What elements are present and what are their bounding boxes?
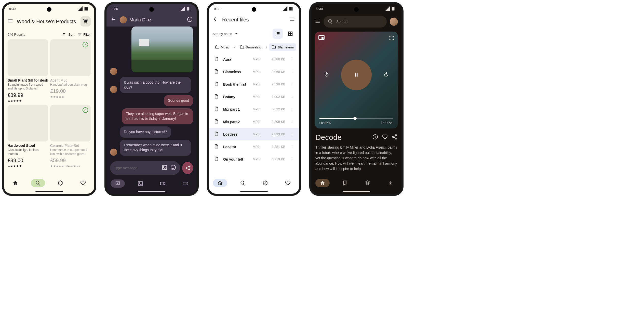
progress-bar[interactable] xyxy=(319,118,393,119)
file-row[interactable]: Blameless MP3 3,060 KB ⋮ xyxy=(209,66,299,78)
file-row[interactable]: Lostless MP3 2,833 KB ⋮ xyxy=(209,128,299,140)
product-card[interactable]: ✓ Agent Mug Handcrafted porcelain mug £1… xyxy=(50,39,91,103)
message-image[interactable] xyxy=(131,27,193,72)
file-menu-icon[interactable]: ⋮ xyxy=(290,157,294,161)
file-size: 3,305 KB xyxy=(267,120,285,124)
menu-icon[interactable] xyxy=(289,16,295,23)
list-view-button[interactable] xyxy=(273,29,283,39)
file-row[interactable]: Aura MP3 2,680 KB ⋮ xyxy=(209,53,299,66)
nav-favorites[interactable] xyxy=(76,179,90,187)
nav-home[interactable] xyxy=(213,179,227,187)
nav-home[interactable] xyxy=(8,179,22,187)
file-menu-icon[interactable]: ⋮ xyxy=(290,57,294,61)
message-bubble[interactable]: Do you have any pictures!? xyxy=(120,126,171,138)
filter-button[interactable]: Filter xyxy=(77,32,91,37)
product-desc: Beautiful made from wood and fits up to … xyxy=(8,83,48,91)
nav-favorites[interactable] xyxy=(281,179,295,187)
svg-rect-9 xyxy=(183,182,188,185)
share-icon[interactable] xyxy=(392,134,397,141)
media-description: Thriller starring Emily Miller and Lydia… xyxy=(311,144,401,173)
breadcrumb-item[interactable]: Blameless xyxy=(269,43,296,51)
file-name: Lostless xyxy=(223,132,248,136)
favorite-icon[interactable] xyxy=(382,134,388,141)
sort-dropdown[interactable]: Sort by name xyxy=(212,31,270,36)
status-time: 9:30 xyxy=(112,7,118,11)
product-rating: ★★★★☆★ xyxy=(8,99,48,103)
product-card[interactable]: Small Plant Sill for desk Beautiful made… xyxy=(8,39,48,103)
product-card[interactable]: ✓ Ceramic Plate Set Hand made in our per… xyxy=(50,105,91,168)
forward-30-icon[interactable]: 30 xyxy=(383,72,389,78)
video-player[interactable]: 30 30 00:35:0701:05:23 xyxy=(315,32,398,128)
product-price: £89.99 xyxy=(8,92,48,98)
file-menu-icon[interactable]: ⋮ xyxy=(290,70,294,74)
file-name: Blameless xyxy=(223,70,248,74)
message-bubble[interactable]: Sounds good xyxy=(164,95,193,106)
file-menu-icon[interactable]: ⋮ xyxy=(290,120,294,124)
file-name: Botany xyxy=(223,95,248,99)
send-button[interactable] xyxy=(182,162,193,174)
rewind-30-icon[interactable]: 30 xyxy=(324,72,329,78)
search-box[interactable]: Search xyxy=(324,16,387,28)
breadcrumb-item[interactable]: Music xyxy=(212,43,232,51)
menu-icon[interactable] xyxy=(315,18,320,25)
product-card[interactable]: Hardwood Stool Classic design, timless m… xyxy=(8,105,48,168)
info-icon[interactable] xyxy=(187,17,193,23)
cart-button[interactable] xyxy=(81,16,91,27)
nav-photos[interactable] xyxy=(133,179,147,188)
image-attach-icon[interactable] xyxy=(162,165,167,171)
menu-icon[interactable] xyxy=(8,18,13,25)
nav-layers[interactable] xyxy=(360,179,375,187)
message-avatar xyxy=(110,149,117,156)
grid-view-button[interactable] xyxy=(285,29,296,39)
file-menu-icon[interactable]: ⋮ xyxy=(290,82,294,86)
file-row[interactable]: Botany MP3 3,002 KB ⋮ xyxy=(209,90,299,103)
profile-avatar[interactable] xyxy=(390,18,398,26)
file-row[interactable]: Book the first MP3 2,526 KB ⋮ xyxy=(209,78,299,90)
nav-download[interactable] xyxy=(383,179,397,187)
file-row[interactable]: On your left MP3 3,219 KB ⋮ xyxy=(209,153,299,165)
file-row[interactable]: Mix part 1 MP3 2522 KB ⋮ xyxy=(209,103,299,115)
file-menu-icon[interactable]: ⋮ xyxy=(290,95,294,99)
product-rating: ★★★★☆★84 reviews xyxy=(50,164,91,168)
emoji-icon[interactable] xyxy=(170,165,176,171)
file-row[interactable]: Mix part 2 MP3 3,305 KB ⋮ xyxy=(209,115,299,128)
sort-button[interactable]: Sort xyxy=(62,32,74,37)
back-icon[interactable] xyxy=(213,16,219,23)
file-menu-icon[interactable]: ⋮ xyxy=(290,107,294,111)
nav-payment[interactable] xyxy=(178,179,193,188)
svg-point-20 xyxy=(395,138,397,139)
pip-icon[interactable] xyxy=(318,35,325,40)
fullscreen-icon[interactable] xyxy=(389,35,394,42)
file-menu-icon[interactable]: ⋮ xyxy=(290,132,294,136)
message-bubble[interactable]: I remember when mine were 7 and 9 the cr… xyxy=(120,140,191,156)
pause-button[interactable] xyxy=(341,60,372,90)
nav-chat[interactable] xyxy=(111,179,125,188)
file-icon xyxy=(214,144,219,149)
breadcrumb: Music / Grouseling / Blameless xyxy=(209,41,299,53)
time-elapsed: 00:35:07 xyxy=(319,121,331,125)
info-icon[interactable] xyxy=(372,134,378,141)
file-icon xyxy=(214,57,219,62)
nav-deals[interactable] xyxy=(53,179,68,187)
file-type: MP3 xyxy=(253,157,263,161)
nav-verified[interactable] xyxy=(258,179,272,187)
svg-rect-1 xyxy=(163,165,167,170)
file-size: 3,219 KB xyxy=(267,157,285,161)
product-name: Ceramic Plate Set xyxy=(50,144,91,148)
nav-video[interactable] xyxy=(156,179,170,188)
message-input[interactable] xyxy=(114,166,159,170)
file-menu-icon[interactable]: ⋮ xyxy=(290,145,294,149)
svg-point-2 xyxy=(163,166,164,167)
file-icon xyxy=(214,157,219,162)
nav-home[interactable] xyxy=(315,179,330,187)
svg-point-4 xyxy=(172,167,173,167)
file-row[interactable]: Locator MP3 3,381 KB ⋮ xyxy=(209,140,299,153)
nav-search[interactable] xyxy=(31,179,45,187)
nav-search[interactable] xyxy=(236,179,250,187)
back-icon[interactable] xyxy=(111,17,116,23)
message-bubble[interactable]: It was such a good trip! How are the kid… xyxy=(120,77,191,93)
nav-bookmarks[interactable] xyxy=(338,179,352,187)
product-image: ✓ xyxy=(50,39,91,76)
breadcrumb-item[interactable]: Grouseling xyxy=(237,43,264,51)
message-bubble[interactable]: They are all doing super well, Benjamin … xyxy=(122,108,193,124)
